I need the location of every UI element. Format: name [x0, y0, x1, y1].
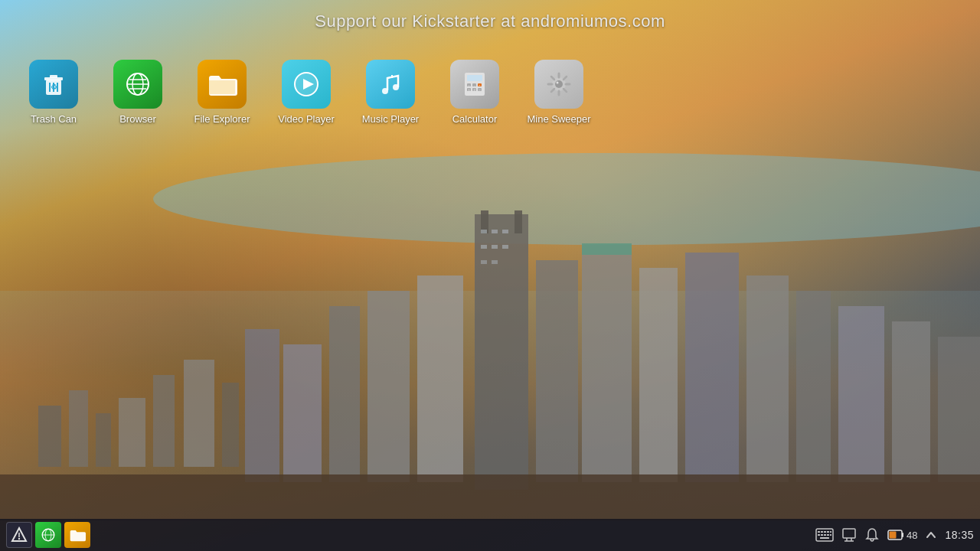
svg-rect-25 — [536, 260, 578, 482]
svg-rect-33 — [938, 337, 980, 482]
svg-point-51 — [382, 88, 388, 94]
svg-rect-22 — [502, 245, 508, 249]
svg-rect-21 — [492, 245, 498, 249]
svg-rect-88 — [827, 531, 829, 533]
svg-rect-92 — [824, 534, 826, 536]
svg-rect-30 — [796, 291, 831, 482]
svg-rect-35 — [582, 243, 632, 255]
svg-rect-27 — [639, 268, 678, 482]
svg-rect-38 — [50, 75, 57, 78]
svg-rect-8 — [222, 383, 239, 467]
mine-sweeper-icon — [534, 60, 583, 109]
svg-rect-18 — [492, 230, 498, 233]
svg-rect-20 — [481, 245, 487, 249]
svg-rect-89 — [830, 531, 831, 533]
desktop-icon-mine-sweeper[interactable]: Mine Sweeper — [521, 54, 597, 132]
banner-text: Support our Kickstarter at andromiumos.c… — [315, 11, 665, 31]
mine-sweeper-label: Mine Sweeper — [527, 113, 590, 126]
svg-rect-2 — [38, 406, 61, 467]
svg-text:♻: ♻ — [51, 83, 57, 91]
music-player-icon — [366, 60, 415, 109]
svg-rect-19 — [502, 230, 508, 233]
desktop-icon-trash-can[interactable]: ♻ Trash Can — [15, 54, 92, 132]
svg-rect-23 — [481, 260, 487, 264]
video-player-label: Video Player — [278, 113, 334, 126]
svg-rect-95 — [820, 537, 829, 539]
svg-point-77 — [557, 82, 559, 84]
svg-rect-91 — [821, 534, 823, 536]
desktop-icon-browser[interactable]: Browser — [100, 54, 176, 132]
svg-rect-86 — [821, 531, 823, 533]
svg-point-76 — [555, 80, 563, 88]
calculator-icon: + - × 1 2 ÷ — [450, 60, 499, 109]
svg-rect-11 — [329, 306, 360, 482]
svg-rect-9 — [245, 329, 279, 482]
svg-rect-5 — [119, 398, 145, 467]
svg-rect-54 — [467, 75, 482, 81]
svg-rect-13 — [417, 276, 463, 482]
trash-can-label: Trash Can — [31, 113, 77, 126]
trash-can-icon: ♻ — [29, 60, 78, 109]
svg-rect-6 — [153, 375, 175, 467]
desktop-icon-music-player[interactable]: Music Player — [352, 54, 429, 132]
svg-rect-28 — [685, 253, 739, 482]
city-skyline — [0, 138, 980, 520]
music-player-label: Music Player — [362, 113, 419, 126]
svg-rect-31 — [838, 306, 884, 482]
svg-line-73 — [564, 89, 567, 92]
keyboard-icon-button[interactable] — [815, 528, 834, 542]
svg-line-72 — [551, 77, 554, 80]
svg-point-0 — [153, 153, 980, 245]
svg-rect-90 — [818, 534, 820, 536]
svg-rect-26 — [582, 245, 632, 482]
system-clock: 18:35 — [945, 529, 974, 541]
svg-line-74 — [564, 77, 567, 80]
taskbar: 48 18:35 — [0, 519, 980, 551]
top-banner: Support our Kickstarter at andromiumos.c… — [0, 11, 980, 31]
browser-icon — [113, 60, 162, 109]
taskbar-left — [6, 522, 90, 548]
svg-rect-93 — [827, 534, 829, 536]
andromium-logo-button[interactable] — [6, 522, 32, 548]
svg-rect-3 — [69, 390, 88, 467]
svg-rect-29 — [746, 276, 789, 482]
svg-rect-87 — [824, 531, 826, 533]
svg-rect-85 — [818, 531, 820, 533]
taskbar-fileexplorer-button[interactable] — [64, 522, 90, 548]
svg-rect-32 — [892, 321, 930, 482]
svg-rect-4 — [96, 413, 111, 467]
svg-rect-12 — [368, 291, 410, 482]
svg-rect-17 — [481, 230, 487, 233]
notification-icon-button[interactable] — [864, 527, 880, 543]
desktop-icon-calculator[interactable]: + - × 1 2 ÷ Calculator — [436, 54, 513, 132]
svg-rect-14 — [475, 214, 528, 490]
svg-rect-34 — [0, 474, 980, 520]
svg-rect-16 — [514, 210, 522, 233]
calculator-label: Calculator — [452, 113, 498, 126]
svg-rect-10 — [283, 344, 322, 482]
video-player-icon — [282, 60, 331, 109]
file-explorer-icon — [198, 60, 247, 109]
svg-point-80 — [18, 538, 20, 540]
svg-rect-96 — [843, 529, 855, 538]
svg-rect-102 — [889, 532, 896, 539]
expand-tray-button[interactable] — [925, 529, 937, 541]
svg-line-75 — [551, 89, 554, 92]
taskbar-browser-button[interactable] — [35, 522, 61, 548]
battery-level: 48 — [906, 530, 917, 541]
svg-rect-24 — [492, 260, 498, 264]
desktop-icon-file-explorer[interactable]: File Explorer — [184, 54, 260, 132]
file-explorer-label: File Explorer — [194, 113, 250, 126]
svg-point-52 — [393, 84, 399, 90]
taskbar-system-tray: 48 18:35 — [815, 527, 974, 543]
desktop-icon-video-player[interactable]: Video Player — [268, 54, 345, 132]
desktop-icons-area: ♻ Trash Can Browser File Explorer — [15, 54, 597, 132]
browser-label: Browser — [119, 113, 156, 126]
window-icon-button[interactable] — [841, 527, 857, 543]
svg-rect-94 — [830, 534, 831, 536]
battery-area: 48 — [887, 529, 917, 541]
svg-rect-101 — [902, 533, 903, 537]
svg-rect-7 — [184, 360, 214, 467]
